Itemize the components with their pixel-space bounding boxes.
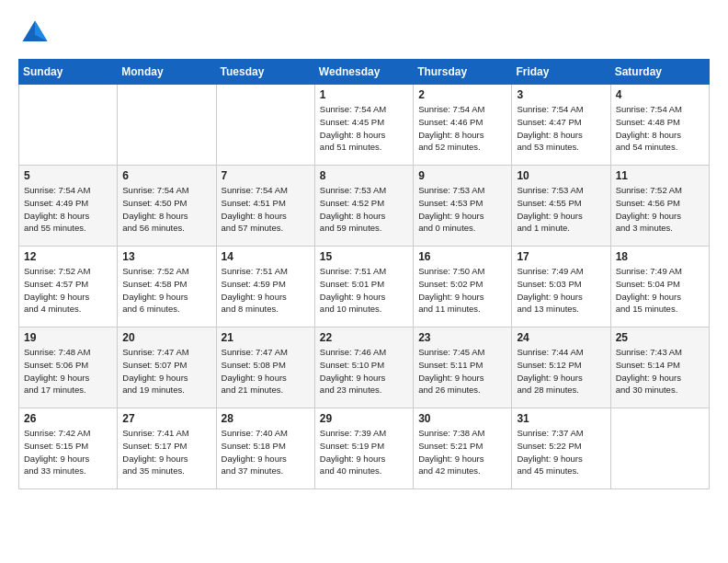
- weekday-header-sunday: Sunday: [19, 60, 118, 85]
- calendar-day-15: 15Sunrise: 7:51 AM Sunset: 5:01 PM Dayli…: [314, 247, 413, 327]
- day-number: 31: [517, 412, 605, 425]
- calendar-day-17: 17Sunrise: 7:49 AM Sunset: 5:03 PM Dayli…: [512, 247, 610, 327]
- calendar-day-19: 19Sunrise: 7:48 AM Sunset: 5:06 PM Dayli…: [19, 327, 118, 408]
- day-info: Sunrise: 7:51 AM Sunset: 5:01 PM Dayligh…: [320, 265, 408, 316]
- calendar-week-row: 5Sunrise: 7:54 AM Sunset: 4:49 PM Daylig…: [19, 166, 710, 247]
- calendar-day-14: 14Sunrise: 7:51 AM Sunset: 4:59 PM Dayli…: [216, 247, 314, 327]
- calendar-table: SundayMondayTuesdayWednesdayThursdayFrid…: [18, 59, 710, 489]
- calendar-day-9: 9Sunrise: 7:53 AM Sunset: 4:53 PM Daylig…: [414, 166, 512, 247]
- day-info: Sunrise: 7:54 AM Sunset: 4:45 PM Dayligh…: [320, 103, 408, 154]
- day-number: 19: [24, 331, 112, 344]
- calendar-day-3: 3Sunrise: 7:54 AM Sunset: 4:47 PM Daylig…: [512, 85, 610, 166]
- weekday-header-row: SundayMondayTuesdayWednesdayThursdayFrid…: [19, 60, 710, 85]
- weekday-header-tuesday: Tuesday: [216, 60, 314, 85]
- day-info: Sunrise: 7:50 AM Sunset: 5:02 PM Dayligh…: [418, 265, 506, 316]
- day-info: Sunrise: 7:45 AM Sunset: 5:11 PM Dayligh…: [418, 346, 506, 396]
- day-info: Sunrise: 7:53 AM Sunset: 4:52 PM Dayligh…: [320, 184, 408, 235]
- day-number: 11: [616, 169, 704, 182]
- day-number: 8: [320, 169, 408, 182]
- day-number: 5: [24, 169, 112, 182]
- calendar-day-30: 30Sunrise: 7:38 AM Sunset: 5:21 PM Dayli…: [414, 408, 512, 489]
- weekday-header-friday: Friday: [512, 60, 610, 85]
- day-number: 29: [320, 412, 408, 425]
- calendar-empty-cell: [19, 85, 118, 166]
- day-info: Sunrise: 7:49 AM Sunset: 5:03 PM Dayligh…: [517, 265, 605, 316]
- calendar-day-4: 4Sunrise: 7:54 AM Sunset: 4:48 PM Daylig…: [610, 85, 709, 166]
- day-number: 24: [517, 331, 605, 344]
- day-info: Sunrise: 7:53 AM Sunset: 4:55 PM Dayligh…: [517, 184, 605, 235]
- day-number: 18: [616, 250, 704, 263]
- day-info: Sunrise: 7:39 AM Sunset: 5:19 PM Dayligh…: [320, 427, 408, 477]
- day-number: 3: [517, 88, 605, 101]
- calendar-day-8: 8Sunrise: 7:53 AM Sunset: 4:52 PM Daylig…: [314, 166, 413, 247]
- day-number: 15: [320, 250, 408, 263]
- day-info: Sunrise: 7:44 AM Sunset: 5:12 PM Dayligh…: [517, 346, 605, 396]
- day-info: Sunrise: 7:48 AM Sunset: 5:06 PM Dayligh…: [24, 346, 112, 396]
- calendar-day-21: 21Sunrise: 7:47 AM Sunset: 5:08 PM Dayli…: [216, 327, 314, 408]
- day-number: 1: [320, 88, 408, 101]
- calendar-day-13: 13Sunrise: 7:52 AM Sunset: 4:58 PM Dayli…: [118, 247, 216, 327]
- day-info: Sunrise: 7:54 AM Sunset: 4:49 PM Dayligh…: [24, 184, 112, 235]
- calendar-day-16: 16Sunrise: 7:50 AM Sunset: 5:02 PM Dayli…: [414, 247, 512, 327]
- calendar-day-26: 26Sunrise: 7:42 AM Sunset: 5:15 PM Dayli…: [19, 408, 118, 489]
- day-number: 30: [418, 412, 506, 425]
- calendar-day-11: 11Sunrise: 7:52 AM Sunset: 4:56 PM Dayli…: [610, 166, 709, 247]
- weekday-header-wednesday: Wednesday: [314, 60, 413, 85]
- calendar-empty-cell: [216, 85, 314, 166]
- day-info: Sunrise: 7:42 AM Sunset: 5:15 PM Dayligh…: [24, 427, 112, 477]
- day-info: Sunrise: 7:40 AM Sunset: 5:18 PM Dayligh…: [222, 427, 310, 477]
- calendar-day-5: 5Sunrise: 7:54 AM Sunset: 4:49 PM Daylig…: [19, 166, 118, 247]
- day-info: Sunrise: 7:46 AM Sunset: 5:10 PM Dayligh…: [320, 346, 408, 396]
- day-number: 20: [122, 331, 210, 344]
- calendar-day-1: 1Sunrise: 7:54 AM Sunset: 4:45 PM Daylig…: [314, 85, 413, 166]
- day-number: 25: [616, 331, 704, 344]
- calendar-day-7: 7Sunrise: 7:54 AM Sunset: 4:51 PM Daylig…: [216, 166, 314, 247]
- day-number: 2: [418, 88, 506, 101]
- day-info: Sunrise: 7:54 AM Sunset: 4:50 PM Dayligh…: [122, 184, 210, 235]
- day-info: Sunrise: 7:52 AM Sunset: 4:56 PM Dayligh…: [616, 184, 704, 235]
- calendar-empty-cell: [118, 85, 216, 166]
- day-number: 10: [517, 169, 605, 182]
- day-number: 7: [222, 169, 310, 182]
- day-number: 9: [418, 169, 506, 182]
- day-info: Sunrise: 7:52 AM Sunset: 4:57 PM Dayligh…: [24, 265, 112, 316]
- weekday-header-thursday: Thursday: [414, 60, 512, 85]
- day-number: 17: [517, 250, 605, 263]
- calendar-day-31: 31Sunrise: 7:37 AM Sunset: 5:22 PM Dayli…: [512, 408, 610, 489]
- calendar-day-2: 2Sunrise: 7:54 AM Sunset: 4:46 PM Daylig…: [414, 85, 512, 166]
- day-info: Sunrise: 7:52 AM Sunset: 4:58 PM Dayligh…: [122, 265, 210, 316]
- day-info: Sunrise: 7:43 AM Sunset: 5:14 PM Dayligh…: [616, 346, 704, 396]
- day-info: Sunrise: 7:54 AM Sunset: 4:51 PM Dayligh…: [222, 184, 310, 235]
- calendar-empty-cell: [610, 408, 709, 489]
- day-number: 27: [122, 412, 210, 425]
- calendar-week-row: 1Sunrise: 7:54 AM Sunset: 4:45 PM Daylig…: [19, 85, 710, 166]
- day-info: Sunrise: 7:49 AM Sunset: 5:04 PM Dayligh…: [616, 265, 704, 316]
- logo-icon: [18, 17, 51, 50]
- calendar-day-20: 20Sunrise: 7:47 AM Sunset: 5:07 PM Dayli…: [118, 327, 216, 408]
- day-number: 21: [222, 331, 310, 344]
- calendar-day-22: 22Sunrise: 7:46 AM Sunset: 5:10 PM Dayli…: [314, 327, 413, 408]
- calendar-week-row: 19Sunrise: 7:48 AM Sunset: 5:06 PM Dayli…: [19, 327, 710, 408]
- day-number: 6: [122, 169, 210, 182]
- calendar-day-12: 12Sunrise: 7:52 AM Sunset: 4:57 PM Dayli…: [19, 247, 118, 327]
- weekday-header-saturday: Saturday: [610, 60, 709, 85]
- calendar-day-18: 18Sunrise: 7:49 AM Sunset: 5:04 PM Dayli…: [610, 247, 709, 327]
- day-info: Sunrise: 7:37 AM Sunset: 5:22 PM Dayligh…: [517, 427, 605, 477]
- day-info: Sunrise: 7:47 AM Sunset: 5:08 PM Dayligh…: [222, 346, 310, 396]
- day-info: Sunrise: 7:53 AM Sunset: 4:53 PM Dayligh…: [418, 184, 506, 235]
- day-number: 28: [222, 412, 310, 425]
- day-info: Sunrise: 7:38 AM Sunset: 5:21 PM Dayligh…: [418, 427, 506, 477]
- calendar-day-27: 27Sunrise: 7:41 AM Sunset: 5:17 PM Dayli…: [118, 408, 216, 489]
- calendar-day-28: 28Sunrise: 7:40 AM Sunset: 5:18 PM Dayli…: [216, 408, 314, 489]
- calendar-day-6: 6Sunrise: 7:54 AM Sunset: 4:50 PM Daylig…: [118, 166, 216, 247]
- day-number: 12: [24, 250, 112, 263]
- day-info: Sunrise: 7:41 AM Sunset: 5:17 PM Dayligh…: [122, 427, 210, 477]
- day-number: 14: [222, 250, 310, 263]
- day-info: Sunrise: 7:51 AM Sunset: 4:59 PM Dayligh…: [222, 265, 310, 316]
- calendar-week-row: 26Sunrise: 7:42 AM Sunset: 5:15 PM Dayli…: [19, 408, 710, 489]
- logo: [18, 17, 55, 50]
- header: [18, 17, 710, 50]
- day-info: Sunrise: 7:54 AM Sunset: 4:48 PM Dayligh…: [616, 103, 704, 154]
- day-info: Sunrise: 7:54 AM Sunset: 4:47 PM Dayligh…: [517, 103, 605, 154]
- day-info: Sunrise: 7:47 AM Sunset: 5:07 PM Dayligh…: [122, 346, 210, 396]
